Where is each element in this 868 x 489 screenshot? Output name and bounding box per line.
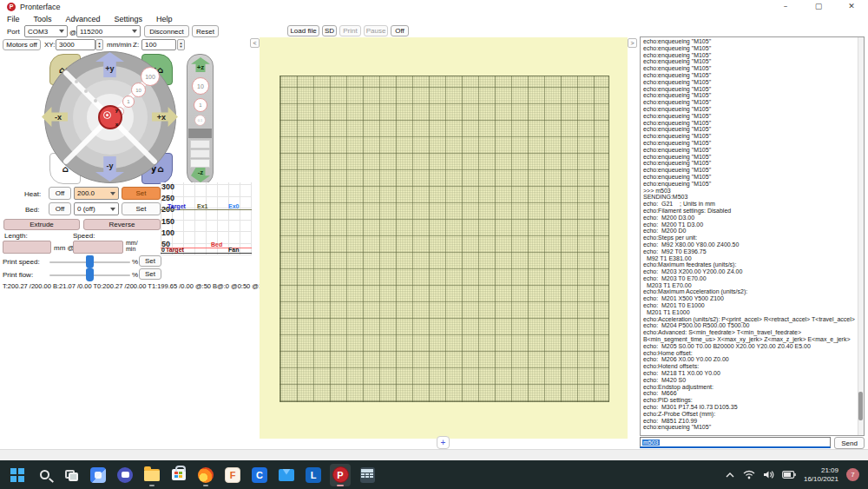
- chat-icon: [117, 467, 133, 483]
- mail-button[interactable]: [276, 464, 297, 486]
- task-view-button[interactable]: [61, 464, 82, 486]
- mm-at-label: mm @: [54, 244, 75, 252]
- bed-label: Bed:: [25, 206, 39, 214]
- speed-label: Speed:: [73, 232, 95, 240]
- bed-target-label: Target: [166, 247, 184, 253]
- heat-set-button[interactable]: Set: [122, 187, 161, 200]
- load-file-button[interactable]: Load file: [287, 25, 319, 36]
- jog-center[interactable]: y x: [98, 105, 122, 129]
- z-band: [190, 159, 210, 168]
- f-app-button[interactable]: F: [222, 464, 243, 486]
- z-minus-button[interactable]: -z: [191, 168, 210, 182]
- z-step-10[interactable]: 10: [192, 77, 209, 95]
- reverse-button[interactable]: Reverse: [83, 219, 161, 230]
- z-band: [190, 149, 210, 158]
- pronterface-icon: P: [332, 466, 349, 483]
- close-button[interactable]: ✕: [835, 0, 868, 14]
- chat-button[interactable]: [115, 464, 135, 486]
- extrude-speed-input[interactable]: [73, 241, 123, 254]
- bed-view-panel[interactable]: [260, 37, 628, 439]
- log-output[interactable]: echo:enqueueing "M105" echo:enqueueing "…: [640, 36, 865, 436]
- menu-advanced[interactable]: Advanced: [59, 14, 108, 24]
- print-flow-slider[interactable]: [49, 274, 130, 276]
- bed-temp-select[interactable]: 0 (off): [74, 202, 119, 215]
- collapse-left-panel-button[interactable]: <: [250, 38, 260, 48]
- menu-file[interactable]: File: [0, 14, 27, 24]
- disconnect-button[interactable]: Disconnect: [144, 25, 189, 37]
- menu-help[interactable]: Help: [149, 14, 180, 24]
- heat-off-button[interactable]: Off: [49, 187, 71, 200]
- baud-select[interactable]: 115200: [76, 25, 141, 37]
- l-app-button[interactable]: L: [303, 464, 324, 486]
- bed-grid[interactable]: [279, 76, 609, 402]
- firefox-button[interactable]: [195, 464, 216, 486]
- widgets-icon: [90, 467, 106, 483]
- widgets-button[interactable]: [88, 464, 108, 486]
- jog-step-100: 100: [141, 67, 160, 86]
- pronterface-taskbar-button[interactable]: P: [330, 464, 351, 486]
- calculator-button[interactable]: [357, 464, 378, 486]
- file-explorer-button[interactable]: [141, 464, 162, 486]
- gcode-command-input[interactable]: m503: [640, 437, 831, 448]
- spoke-dot: [75, 80, 78, 83]
- log-scrollbar[interactable]: [858, 37, 864, 435]
- taskbar-search[interactable]: [34, 464, 55, 486]
- temperature-graph: 300 250 200 150 100 50 Target Ex1 Ex0 Be…: [161, 182, 252, 255]
- bed-off-button[interactable]: Off: [49, 202, 71, 215]
- reset-button[interactable]: Reset: [192, 25, 219, 37]
- pause-button: Pause: [364, 25, 388, 36]
- titlebar: P Pronterface – ▢ ✕: [0, 0, 868, 14]
- f-app-icon: F: [225, 467, 240, 483]
- cura-button[interactable]: C: [249, 464, 270, 486]
- z-plus-button[interactable]: +z: [191, 57, 210, 72]
- send-button[interactable]: Send: [834, 437, 865, 449]
- collapse-right-panel-button[interactable]: >: [628, 38, 637, 48]
- spoke-dot: [84, 89, 88, 93]
- menu-settings[interactable]: Settings: [108, 14, 150, 24]
- percent-label: %: [132, 271, 138, 279]
- z-band: [188, 129, 212, 138]
- heat-temp-select[interactable]: 200.0: [74, 187, 119, 200]
- volume-icon[interactable]: [763, 470, 774, 479]
- chevron-down-icon: [110, 208, 115, 211]
- z-step-1[interactable]: 1: [194, 98, 207, 112]
- wifi-icon[interactable]: [743, 470, 755, 479]
- print-flow-set-button[interactable]: Set: [139, 268, 161, 280]
- chevron-down-icon: [132, 30, 137, 33]
- extrude-button[interactable]: Extrude: [3, 219, 80, 230]
- jog-step-1: 1: [122, 96, 135, 108]
- taskbar-clock[interactable]: 21:09 16/10/2021: [804, 466, 838, 484]
- crosshair-icon: [103, 111, 111, 119]
- menu-tools[interactable]: Tools: [27, 14, 59, 24]
- print-flow-slider-handle[interactable]: [86, 268, 94, 281]
- notification-badge[interactable]: 7: [846, 468, 859, 481]
- extrude-length-input[interactable]: [3, 241, 51, 254]
- extruder-temp-line: [161, 209, 252, 210]
- battery-icon[interactable]: [782, 471, 796, 479]
- menubar: File Tools Advanced Settings Help: [0, 14, 868, 24]
- bed-set-button[interactable]: Set: [122, 202, 161, 215]
- z-jog-strip: +z 10 1 0.1 -z: [187, 54, 214, 185]
- z-step-01[interactable]: 0.1: [194, 115, 206, 126]
- log-text: echo:enqueueing "M105" echo:enqueueing "…: [643, 38, 855, 431]
- tray-chevron-up-icon[interactable]: [725, 472, 735, 479]
- file-explorer-icon: [144, 469, 160, 481]
- sd-button[interactable]: SD: [322, 25, 337, 36]
- percent-label: %: [132, 258, 138, 266]
- store-button[interactable]: [168, 464, 189, 486]
- zero-line: [161, 253, 252, 254]
- port-select[interactable]: COM3: [24, 25, 68, 37]
- off-button[interactable]: Off: [391, 25, 409, 36]
- print-speed-slider[interactable]: [49, 261, 130, 263]
- maximize-button[interactable]: ▢: [802, 0, 835, 14]
- print-speed-slider-handle[interactable]: [86, 255, 94, 268]
- minimize-button[interactable]: –: [769, 0, 802, 14]
- start-button[interactable]: [7, 464, 28, 486]
- calculator-icon: [360, 467, 375, 483]
- print-speed-label: Print speed:: [3, 258, 40, 266]
- log-scrollbar-thumb[interactable]: [858, 392, 863, 420]
- l-app-icon: L: [306, 467, 321, 483]
- spoke-dot: [94, 99, 97, 102]
- add-button[interactable]: +: [437, 436, 450, 449]
- print-speed-set-button[interactable]: Set: [139, 255, 161, 267]
